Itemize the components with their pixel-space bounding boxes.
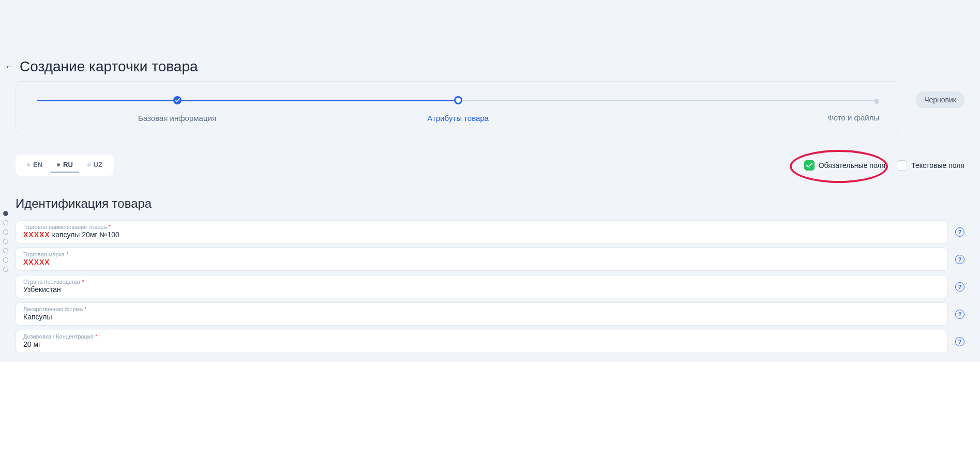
step-label: Базовая информация bbox=[138, 114, 216, 122]
dot-icon bbox=[27, 163, 30, 166]
page-title: Создание карточки товара bbox=[20, 58, 198, 75]
lang-label: RU bbox=[63, 161, 73, 168]
lang-tabs: EN RU UZ bbox=[16, 155, 114, 176]
nav-dot[interactable] bbox=[3, 220, 8, 225]
field-label: Торговая марка * bbox=[23, 251, 940, 257]
lang-tab-uz[interactable]: UZ bbox=[81, 158, 109, 173]
help-icon[interactable]: ? bbox=[955, 337, 964, 346]
trade-name-field[interactable]: Торговое наименование товара * XXXXX кап… bbox=[16, 220, 948, 243]
section-nav-dots bbox=[3, 211, 8, 272]
redacted-text: XXXXX bbox=[23, 258, 50, 266]
nav-dot[interactable] bbox=[3, 248, 8, 253]
field-label: Лекарственная форма * bbox=[23, 306, 940, 312]
step-dot-pending-icon bbox=[874, 99, 879, 104]
lang-label: EN bbox=[33, 161, 42, 168]
lang-tab-ru[interactable]: RU bbox=[51, 158, 79, 173]
help-icon[interactable]: ? bbox=[955, 255, 964, 264]
section-title: Идентификация товара bbox=[16, 196, 964, 211]
step-dot-active-icon bbox=[454, 96, 462, 104]
field-label: Дозировка / Концентрация * bbox=[23, 333, 940, 340]
field-value: XXXXX капсулы 20мг №100 bbox=[23, 230, 940, 239]
step-basic-info[interactable]: Базовая информация bbox=[37, 96, 318, 122]
checkbox-unchecked-icon bbox=[897, 160, 907, 171]
dot-icon bbox=[87, 163, 91, 166]
top-actions: Базовая информация Атрибуты товара Фото … bbox=[0, 81, 980, 147]
dosage-field[interactable]: Дозировка / Концентрация * 20 мг bbox=[16, 330, 948, 353]
field-row: Дозировка / Концентрация * 20 мг ? bbox=[16, 330, 964, 353]
redacted-text: XXXXX bbox=[23, 231, 50, 239]
field-row: Страна производства * Узбекистан ? bbox=[16, 275, 964, 298]
field-value: 20 мг bbox=[23, 340, 940, 348]
checkbox-label: Текстовые поля bbox=[911, 161, 964, 170]
field-label: Страна производства * bbox=[23, 279, 940, 285]
step-photos[interactable]: Фото и файлы bbox=[598, 97, 879, 122]
trade-mark-field[interactable]: Торговая марка * XXXXX bbox=[16, 248, 948, 271]
country-field[interactable]: Страна производства * Узбекистан bbox=[16, 275, 948, 298]
stepper-card: Базовая информация Атрибуты товара Фото … bbox=[16, 81, 900, 134]
nav-dot[interactable] bbox=[3, 257, 8, 263]
field-value: Узбекистан bbox=[23, 285, 940, 294]
help-icon[interactable]: ? bbox=[955, 227, 964, 237]
stepper: Базовая информация Атрибуты товара Фото … bbox=[37, 96, 879, 122]
filter-checks: Обязательные поля Текстовые поля bbox=[804, 160, 964, 171]
step-label: Атрибуты товара bbox=[427, 114, 489, 122]
nav-dot[interactable] bbox=[3, 267, 8, 272]
lang-tab-en[interactable]: EN bbox=[21, 158, 49, 173]
section-identification: Идентификация товара Торговое наименован… bbox=[0, 181, 980, 362]
text-fields-checkbox[interactable]: Текстовые поля bbox=[897, 160, 964, 171]
step-dot-completed-icon bbox=[173, 96, 182, 104]
field-row: Торговое наименование товара * XXXXX кап… bbox=[16, 220, 964, 243]
field-row: Торговая марка * XXXXX ? bbox=[16, 248, 964, 271]
help-icon[interactable]: ? bbox=[955, 310, 964, 319]
back-arrow-icon[interactable]: ← bbox=[4, 61, 16, 72]
lang-label: UZ bbox=[94, 161, 102, 168]
checkbox-checked-icon bbox=[804, 160, 815, 171]
required-fields-checkbox[interactable]: Обязательные поля bbox=[804, 160, 885, 171]
field-value: Капсулы bbox=[23, 312, 940, 321]
step-attributes[interactable]: Атрибуты товара bbox=[318, 96, 598, 122]
dot-icon bbox=[57, 163, 60, 166]
field-label: Торговое наименование товара * bbox=[23, 224, 940, 230]
draft-button[interactable]: Черновик bbox=[916, 91, 964, 108]
checkbox-label: Обязательные поля bbox=[819, 161, 885, 170]
step-label: Фото и файлы bbox=[827, 113, 879, 122]
form-field[interactable]: Лекарственная форма * Капсулы bbox=[16, 302, 948, 326]
filter-row: EN RU UZ Обязательные поля Текстовые по bbox=[16, 147, 964, 181]
field-row: Лекарственная форма * Капсулы ? bbox=[16, 302, 964, 326]
help-icon[interactable]: ? bbox=[955, 282, 964, 291]
field-value: XXXXX bbox=[23, 257, 940, 266]
nav-dot[interactable] bbox=[3, 211, 8, 216]
header: ← Создание карточки товара bbox=[0, 54, 980, 81]
nav-dot[interactable] bbox=[3, 239, 8, 244]
nav-dot[interactable] bbox=[3, 229, 8, 235]
page-wrapper: ← Создание карточки товара Базовая инфор… bbox=[0, 0, 980, 362]
